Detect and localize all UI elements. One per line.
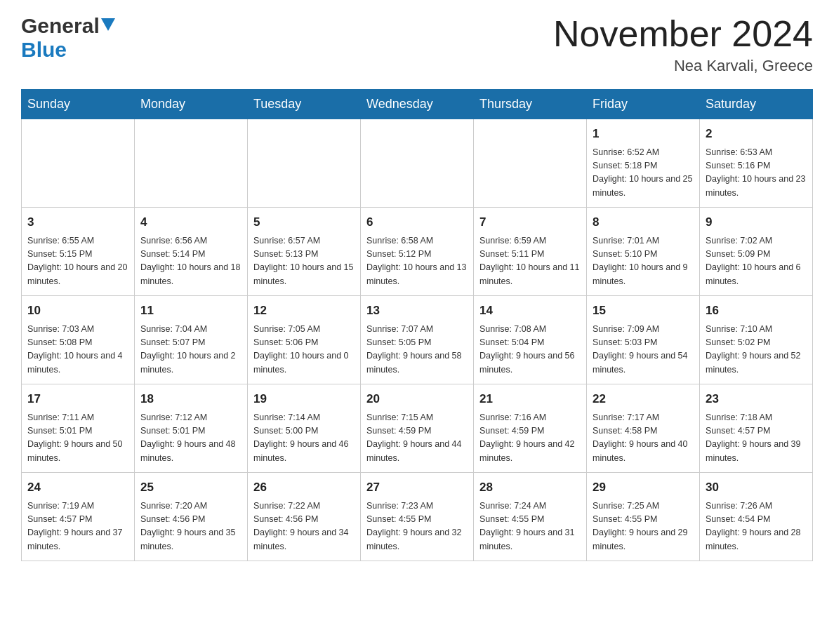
col-thursday: Thursday	[474, 90, 587, 119]
day-info: Sunrise: 6:57 AMSunset: 5:13 PMDaylight:…	[253, 234, 355, 289]
logo-triangle-icon	[101, 18, 115, 34]
day-info: Sunrise: 6:58 AMSunset: 5:12 PMDaylight:…	[366, 234, 468, 289]
week-row-2: 3Sunrise: 6:55 AMSunset: 5:15 PMDaylight…	[22, 208, 813, 296]
day-number: 21	[479, 390, 581, 408]
day-info: Sunrise: 6:52 AMSunset: 5:18 PMDaylight:…	[593, 146, 694, 201]
day-cell: 10Sunrise: 7:03 AMSunset: 5:08 PMDayligh…	[22, 296, 135, 384]
week-row-5: 24Sunrise: 7:19 AMSunset: 4:57 PMDayligh…	[22, 473, 813, 561]
day-info: Sunrise: 7:08 AMSunset: 5:04 PMDaylight:…	[479, 323, 581, 377]
day-info: Sunrise: 7:25 AMSunset: 4:55 PMDaylight:…	[593, 499, 694, 554]
day-info: Sunrise: 7:02 AMSunset: 5:09 PMDaylight:…	[706, 234, 807, 289]
col-saturday: Saturday	[700, 90, 813, 119]
day-cell: 24Sunrise: 7:19 AMSunset: 4:57 PMDayligh…	[22, 473, 135, 561]
day-cell: 8Sunrise: 7:01 AMSunset: 5:10 PMDaylight…	[587, 208, 700, 296]
day-number: 8	[593, 213, 694, 232]
day-number: 6	[366, 213, 468, 232]
week-row-4: 17Sunrise: 7:11 AMSunset: 5:01 PMDayligh…	[22, 384, 813, 473]
day-info: Sunrise: 7:09 AMSunset: 5:03 PMDaylight:…	[593, 323, 694, 377]
logo-general-text: General	[21, 14, 100, 38]
day-cell: 16Sunrise: 7:10 AMSunset: 5:02 PMDayligh…	[700, 296, 813, 384]
day-number: 3	[27, 213, 128, 232]
day-number: 16	[706, 302, 807, 320]
col-friday: Friday	[587, 90, 700, 119]
day-cell	[135, 119, 248, 208]
logo-blue-text: Blue	[21, 38, 67, 61]
day-info: Sunrise: 7:07 AMSunset: 5:05 PMDaylight:…	[366, 323, 468, 377]
day-cell: 14Sunrise: 7:08 AMSunset: 5:04 PMDayligh…	[474, 296, 587, 384]
day-cell: 11Sunrise: 7:04 AMSunset: 5:07 PMDayligh…	[135, 296, 248, 384]
day-number: 25	[140, 478, 241, 497]
day-info: Sunrise: 7:15 AMSunset: 4:59 PMDaylight:…	[366, 411, 468, 466]
logo: General Blue	[21, 14, 115, 62]
day-info: Sunrise: 7:11 AMSunset: 5:01 PMDaylight:…	[27, 411, 128, 466]
day-info: Sunrise: 7:24 AMSunset: 4:55 PMDaylight:…	[479, 499, 581, 554]
col-sunday: Sunday	[22, 90, 135, 119]
day-number: 15	[593, 302, 694, 320]
day-info: Sunrise: 7:23 AMSunset: 4:55 PMDaylight:…	[366, 499, 468, 554]
day-cell: 4Sunrise: 6:56 AMSunset: 5:14 PMDaylight…	[135, 208, 248, 296]
day-number: 28	[479, 478, 581, 497]
week-row-1: 1Sunrise: 6:52 AMSunset: 5:18 PMDaylight…	[22, 119, 813, 208]
day-cell: 22Sunrise: 7:17 AMSunset: 4:58 PMDayligh…	[587, 384, 700, 473]
col-monday: Monday	[135, 90, 248, 119]
day-number: 10	[27, 302, 128, 320]
month-title: November 2024	[553, 14, 813, 54]
day-cell	[248, 119, 361, 208]
day-info: Sunrise: 6:55 AMSunset: 5:15 PMDaylight:…	[27, 234, 128, 289]
day-cell: 30Sunrise: 7:26 AMSunset: 4:54 PMDayligh…	[700, 473, 813, 561]
day-cell: 19Sunrise: 7:14 AMSunset: 5:00 PMDayligh…	[248, 384, 361, 473]
col-wednesday: Wednesday	[361, 90, 474, 119]
day-number: 19	[253, 390, 355, 408]
day-number: 26	[253, 478, 355, 497]
day-number: 2	[706, 125, 807, 143]
days-of-week-row: Sunday Monday Tuesday Wednesday Thursday…	[22, 90, 813, 119]
day-cell: 20Sunrise: 7:15 AMSunset: 4:59 PMDayligh…	[361, 384, 474, 473]
day-info: Sunrise: 7:10 AMSunset: 5:02 PMDaylight:…	[706, 323, 807, 377]
day-cell	[22, 119, 135, 208]
day-info: Sunrise: 7:17 AMSunset: 4:58 PMDaylight:…	[593, 411, 694, 466]
day-info: Sunrise: 7:05 AMSunset: 5:06 PMDaylight:…	[253, 323, 355, 377]
day-cell: 26Sunrise: 7:22 AMSunset: 4:56 PMDayligh…	[248, 473, 361, 561]
day-number: 27	[366, 478, 468, 497]
day-cell	[361, 119, 474, 208]
day-cell: 6Sunrise: 6:58 AMSunset: 5:12 PMDaylight…	[361, 208, 474, 296]
day-number: 9	[706, 213, 807, 232]
day-number: 11	[140, 302, 241, 320]
day-cell: 23Sunrise: 7:18 AMSunset: 4:57 PMDayligh…	[700, 384, 813, 473]
day-info: Sunrise: 7:22 AMSunset: 4:56 PMDaylight:…	[253, 499, 355, 554]
day-cell	[474, 119, 587, 208]
title-area: November 2024 Nea Karvali, Greece	[553, 14, 813, 75]
svg-marker-0	[101, 18, 115, 31]
day-cell: 12Sunrise: 7:05 AMSunset: 5:06 PMDayligh…	[248, 296, 361, 384]
day-cell: 1Sunrise: 6:52 AMSunset: 5:18 PMDaylight…	[587, 119, 700, 208]
calendar-table: Sunday Monday Tuesday Wednesday Thursday…	[21, 89, 813, 561]
day-number: 24	[27, 478, 128, 497]
day-info: Sunrise: 7:26 AMSunset: 4:54 PMDaylight:…	[706, 499, 807, 554]
week-row-3: 10Sunrise: 7:03 AMSunset: 5:08 PMDayligh…	[22, 296, 813, 384]
day-number: 13	[366, 302, 468, 320]
day-cell: 28Sunrise: 7:24 AMSunset: 4:55 PMDayligh…	[474, 473, 587, 561]
day-number: 14	[479, 302, 581, 320]
day-cell: 13Sunrise: 7:07 AMSunset: 5:05 PMDayligh…	[361, 296, 474, 384]
day-cell: 7Sunrise: 6:59 AMSunset: 5:11 PMDaylight…	[474, 208, 587, 296]
day-cell: 21Sunrise: 7:16 AMSunset: 4:59 PMDayligh…	[474, 384, 587, 473]
col-tuesday: Tuesday	[248, 90, 361, 119]
day-info: Sunrise: 7:20 AMSunset: 4:56 PMDaylight:…	[140, 499, 241, 554]
day-cell: 27Sunrise: 7:23 AMSunset: 4:55 PMDayligh…	[361, 473, 474, 561]
day-number: 7	[479, 213, 581, 232]
day-cell: 17Sunrise: 7:11 AMSunset: 5:01 PMDayligh…	[22, 384, 135, 473]
day-info: Sunrise: 7:12 AMSunset: 5:01 PMDaylight:…	[140, 411, 241, 466]
location-title: Nea Karvali, Greece	[553, 57, 813, 75]
day-number: 22	[593, 390, 694, 408]
day-cell: 15Sunrise: 7:09 AMSunset: 5:03 PMDayligh…	[587, 296, 700, 384]
day-number: 18	[140, 390, 241, 408]
day-info: Sunrise: 7:18 AMSunset: 4:57 PMDaylight:…	[706, 411, 807, 466]
day-number: 4	[140, 213, 241, 232]
day-info: Sunrise: 7:04 AMSunset: 5:07 PMDaylight:…	[140, 323, 241, 377]
day-number: 30	[706, 478, 807, 497]
day-cell: 3Sunrise: 6:55 AMSunset: 5:15 PMDaylight…	[22, 208, 135, 296]
day-cell: 2Sunrise: 6:53 AMSunset: 5:16 PMDaylight…	[700, 119, 813, 208]
day-info: Sunrise: 7:19 AMSunset: 4:57 PMDaylight:…	[27, 499, 128, 554]
day-info: Sunrise: 6:59 AMSunset: 5:11 PMDaylight:…	[479, 234, 581, 289]
day-number: 1	[593, 125, 694, 143]
